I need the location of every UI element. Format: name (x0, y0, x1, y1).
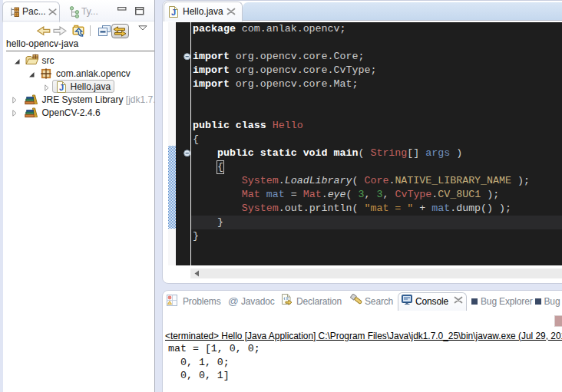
svg-text:J: J (171, 8, 176, 17)
svg-text:J: J (59, 83, 64, 92)
